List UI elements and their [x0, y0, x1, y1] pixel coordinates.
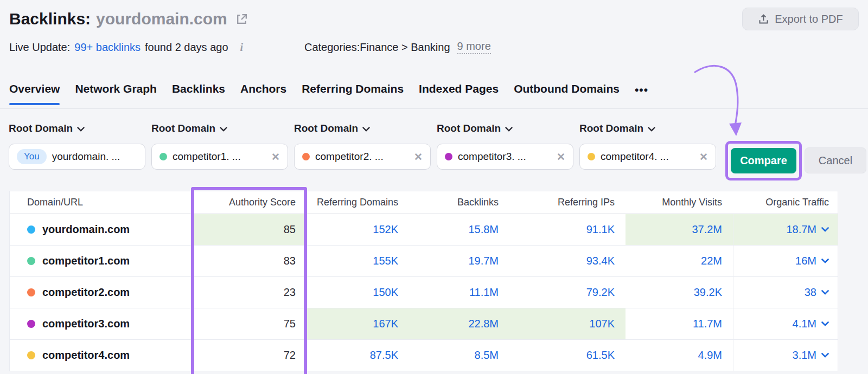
root-domain-label: Root Domain	[151, 122, 215, 134]
info-icon[interactable]: i	[240, 41, 244, 54]
referring-domains-link[interactable]: 87.5K	[370, 349, 398, 362]
live-update-line: Live Update: 99+ backlinks found 2 days …	[9, 40, 243, 55]
monthly-visits-link[interactable]: 4.9M	[698, 349, 722, 362]
organic-traffic-link[interactable]: 4.1M	[793, 318, 816, 330]
expand-chevron-icon[interactable]	[821, 227, 829, 232]
tab-anchors[interactable]: Anchors	[240, 82, 286, 105]
competitor2-dot-icon	[302, 153, 310, 160]
monthly-visits-link[interactable]: 37.2M	[692, 223, 722, 236]
organic-traffic-link[interactable]: 38	[805, 286, 816, 299]
categories-line: Categories: Finance > Banking 9 more	[304, 40, 491, 55]
referring-domains-link[interactable]: 167K	[373, 318, 398, 330]
root-domain-dropdown[interactable]: Root Domain	[579, 122, 716, 134]
tab-indexed-pages[interactable]: Indexed Pages	[419, 82, 499, 105]
filter-slot-competitor1: Root Domain competitor1. ... ✕	[151, 122, 288, 170]
backlinks-count-link[interactable]: 99+ backlinks	[74, 41, 141, 54]
remove-chip-icon[interactable]: ✕	[271, 152, 280, 162]
external-link-icon[interactable]	[235, 12, 248, 26]
cancel-button[interactable]: Cancel	[805, 147, 866, 173]
remove-chip-icon[interactable]: ✕	[414, 152, 423, 162]
domain-chip-competitor2[interactable]: competitor2. ... ✕	[294, 144, 431, 170]
domain-chip-you[interactable]: You yourdomain. ...	[9, 144, 145, 170]
organic-traffic-link[interactable]: 16M	[795, 255, 816, 267]
filter-slot-competitor2: Root Domain competitor2. ... ✕	[294, 122, 431, 170]
table-row-competitor2: competitor2.com 23 150K 11.1M 79.2K 39.2…	[10, 277, 838, 308]
referring-domains-link[interactable]: 150K	[373, 286, 398, 299]
root-domain-dropdown[interactable]: Root Domain	[9, 122, 145, 134]
root-domain-dropdown[interactable]: Root Domain	[294, 122, 431, 134]
domain-name: competitor1.com	[42, 255, 130, 267]
more-tabs-icon[interactable]: •••	[635, 82, 648, 96]
backlinks-link[interactable]: 15.8M	[468, 223, 499, 236]
backlinks-link[interactable]: 8.5M	[475, 349, 499, 362]
comparison-table: Domain/URL Authority Score Referring Dom…	[9, 191, 838, 371]
categories-label: Categories:	[304, 41, 360, 54]
column-header-authority-score: Authority Score	[192, 191, 307, 214]
chevron-down-icon	[362, 127, 370, 132]
column-header-referring-ips: Referring IPs	[509, 191, 626, 214]
filter-slot-you: Root Domain You yourdomain. ...	[9, 122, 145, 170]
competitor2-dot-icon	[27, 288, 35, 296]
backlinks-overview-page: Backlinks: yourdomain.com Export to PDF …	[0, 0, 868, 374]
root-domain-label: Root Domain	[9, 122, 73, 134]
export-to-pdf-button[interactable]: Export to PDF	[742, 8, 859, 30]
expand-chevron-icon[interactable]	[821, 353, 829, 358]
domain-name: competitor3.com	[42, 318, 130, 330]
tab-backlinks[interactable]: Backlinks	[172, 82, 225, 105]
chevron-down-icon	[648, 127, 655, 132]
compare-highlight-box: Compare	[725, 141, 802, 180]
root-domain-dropdown[interactable]: Root Domain	[437, 122, 573, 134]
backlinks-link[interactable]: 22.8M	[468, 318, 499, 330]
domain-chip-text: competitor1. ...	[173, 151, 241, 163]
yourdomain-dot-icon	[27, 225, 35, 234]
tab-referring-domains[interactable]: Referring Domains	[302, 82, 404, 105]
column-header-monthly-visits: Monthly Visits	[626, 191, 733, 214]
monthly-visits-link[interactable]: 11.7M	[693, 318, 722, 330]
domain-chip-text: competitor4. ...	[601, 151, 669, 163]
expand-chevron-icon[interactable]	[821, 290, 829, 295]
page-title-domain: yourdomain.com	[96, 10, 227, 28]
domain-chip-competitor3[interactable]: competitor3. ... ✕	[437, 144, 573, 170]
backlinks-link[interactable]: 19.7M	[468, 255, 499, 267]
referring-domains-link[interactable]: 152K	[373, 223, 398, 236]
authority-score-value: 72	[284, 349, 296, 362]
tab-outbound-domains[interactable]: Outbound Domains	[514, 82, 620, 105]
domain-chip-competitor1[interactable]: competitor1. ... ✕	[151, 144, 288, 170]
tab-network-graph[interactable]: Network Graph	[75, 82, 157, 105]
authority-score-value: 23	[284, 286, 296, 299]
expand-chevron-icon[interactable]	[821, 259, 829, 263]
backlinks-link[interactable]: 11.1M	[469, 286, 499, 299]
authority-score-value: 83	[284, 255, 296, 267]
root-domain-dropdown[interactable]: Root Domain	[151, 122, 288, 134]
remove-chip-icon[interactable]: ✕	[699, 152, 708, 162]
monthly-visits-link[interactable]: 22M	[701, 255, 722, 267]
filter-slot-competitor4: Root Domain competitor4. ... ✕	[579, 122, 716, 170]
domain-name: competitor4.com	[42, 349, 130, 362]
live-update-label: Live Update:	[9, 41, 70, 54]
table-header-row: Domain/URL Authority Score Referring Dom…	[10, 191, 838, 214]
referring-ips-link[interactable]: 93.4K	[586, 255, 615, 267]
organic-traffic-link[interactable]: 3.1M	[793, 349, 816, 362]
organic-traffic-link[interactable]: 18.7M	[786, 223, 816, 236]
authority-score-value: 85	[284, 223, 296, 236]
compare-button[interactable]: Compare	[731, 148, 796, 173]
monthly-visits-link[interactable]: 39.2K	[694, 286, 722, 299]
remove-chip-icon[interactable]: ✕	[557, 152, 565, 162]
referring-domains-link[interactable]: 155K	[373, 255, 398, 267]
report-tabs: Overview Network Graph Backlinks Anchors…	[9, 82, 648, 105]
categories-more-link[interactable]: 9 more	[457, 40, 491, 54]
table-row-competitor1: competitor1.com 83 155K 19.7M 93.4K 22M …	[10, 246, 838, 277]
expand-chevron-icon[interactable]	[821, 321, 829, 326]
domain-chip-competitor4[interactable]: competitor4. ... ✕	[579, 144, 716, 170]
domain-name: competitor2.com	[42, 286, 130, 299]
competitor4-dot-icon	[588, 153, 595, 160]
referring-ips-link[interactable]: 61.5K	[586, 349, 615, 362]
authority-score-value: 75	[284, 318, 296, 330]
domain-chip-text: competitor3. ...	[458, 151, 526, 163]
competitor1-dot-icon	[27, 257, 35, 265]
referring-ips-link[interactable]: 79.2K	[586, 286, 615, 299]
competitor3-dot-icon	[445, 153, 452, 160]
referring-ips-link[interactable]: 91.1K	[586, 223, 615, 236]
tab-overview[interactable]: Overview	[9, 82, 60, 105]
referring-ips-link[interactable]: 107K	[589, 318, 615, 330]
